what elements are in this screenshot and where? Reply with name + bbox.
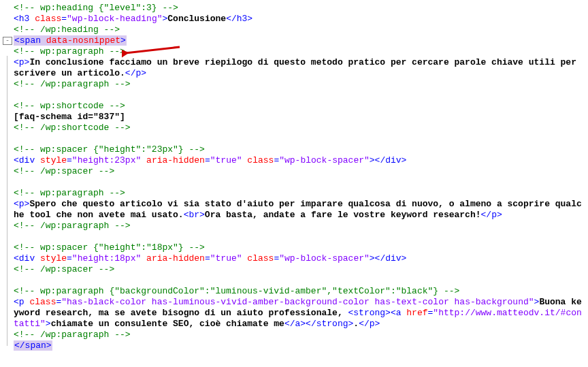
code-editor[interactable]: <!-- wp:heading {"level":3} --> <h3 clas… [3,3,585,351]
code-line[interactable]: <!-- wp:shortcode --> [14,101,585,112]
code-line[interactable]: <!-- wp:heading {"level":3} --> [14,3,585,14]
highlighted-span-close: </span> [14,340,52,351]
code-line[interactable]: <!-- wp:spacer {"height":"18px"} --> [14,242,585,253]
code-line[interactable] [14,90,585,101]
code-line[interactable]: <!-- /wp:paragraph --> [14,221,585,232]
code-line[interactable]: <!-- /wp:shortcode --> [14,123,585,133]
code-line[interactable]: <!-- wp:spacer {"height":"23px"} --> [14,144,585,155]
code-line[interactable]: <div style="height:23px" aria-hidden="tr… [14,155,585,166]
fold-guide [7,56,7,346]
comment: <!-- wp:heading {"level":3} --> [14,3,178,13]
code-line[interactable]: <!-- wp:paragraph {"backgroundColor":"lu… [14,286,585,297]
code-line[interactable]: <!-- wp:paragraph --> [14,188,585,199]
code-line[interactable]: <div style="height:18px" aria-hidden="tr… [14,253,585,264]
code-line[interactable]: <!-- /wp:heading --> [14,25,585,35]
code-line[interactable]: <p>In conclusione facciamo un breve riep… [14,57,585,79]
code-line-highlight[interactable]: -<span data-nosnippet> [3,35,585,46]
code-line-highlight[interactable]: </span> [14,340,585,351]
code-line[interactable]: <p>Spero che questo articolo vi sia stat… [14,199,585,221]
fold-toggle[interactable]: - [3,37,12,45]
code-line[interactable]: <!-- /wp:paragraph --> [14,79,585,90]
code-line[interactable] [14,177,585,188]
code-line[interactable]: <p class="has-black-color has-luminous-v… [14,297,585,330]
code-line[interactable]: <h3 class="wp-block-heading">Conclusione… [14,14,585,25]
code-line[interactable]: <!-- /wp:spacer --> [14,166,585,177]
code-line[interactable]: <!-- wp:paragraph --> [14,46,585,57]
code-line[interactable]: <!-- /wp:paragraph --> [14,330,585,340]
code-line[interactable]: <!-- /wp:spacer --> [14,264,585,275]
code-line[interactable] [14,232,585,242]
code-line[interactable] [14,275,585,286]
code-line[interactable] [14,133,585,144]
highlighted-span-open: <span data-nosnippet> [14,35,127,46]
arrow-annotation-bottom [50,353,105,354]
code-line[interactable]: [faq-schema id="837"] [14,112,585,123]
